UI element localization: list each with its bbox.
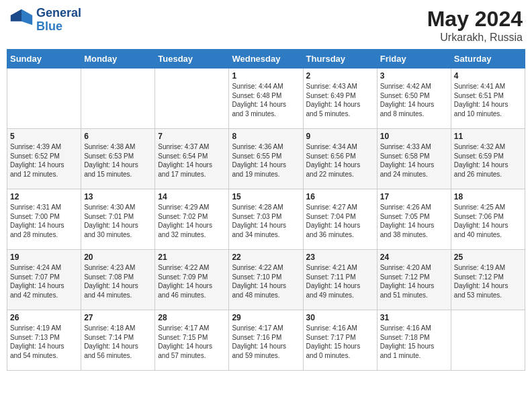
calendar-cell: 31Sunrise: 4:16 AMSunset: 7:18 PMDayligh… [377,310,451,371]
cell-info: Sunrise: 4:32 AMSunset: 6:59 PMDaylight:… [454,142,522,179]
cell-info: Sunrise: 4:19 AMSunset: 7:13 PMDaylight:… [10,324,78,360]
calendar-cell: 19Sunrise: 4:24 AMSunset: 7:07 PMDayligh… [7,250,81,310]
calendar-cell: 22Sunrise: 4:22 AMSunset: 7:10 PMDayligh… [229,250,303,310]
cell-info: Sunrise: 4:38 AMSunset: 6:53 PMDaylight:… [84,142,152,179]
calendar-cell: 28Sunrise: 4:17 AMSunset: 7:15 PMDayligh… [155,310,229,371]
day-number: 13 [84,192,152,201]
logo: General Blue [9,7,81,34]
cell-info: Sunrise: 4:19 AMSunset: 7:12 PMDaylight:… [454,263,522,300]
calendar-table: Sunday Monday Tuesday Wednesday Thursday… [7,49,525,371]
calendar-cell: 12Sunrise: 4:31 AMSunset: 7:00 PMDayligh… [7,189,81,250]
cell-info: Sunrise: 4:41 AMSunset: 6:51 PMDaylight:… [454,82,522,118]
day-number: 6 [84,132,152,141]
calendar-cell: 18Sunrise: 4:25 AMSunset: 7:06 PMDayligh… [451,189,525,250]
cell-info: Sunrise: 4:44 AMSunset: 6:48 PMDaylight:… [232,82,300,118]
calendar-cell: 27Sunrise: 4:18 AMSunset: 7:14 PMDayligh… [81,310,155,371]
calendar-week-row: 26Sunrise: 4:19 AMSunset: 7:13 PMDayligh… [7,310,525,371]
day-number: 31 [380,313,448,322]
calendar-cell: 15Sunrise: 4:28 AMSunset: 7:03 PMDayligh… [229,189,303,250]
cell-info: Sunrise: 4:21 AMSunset: 7:11 PMDaylight:… [306,263,374,300]
calendar-cell: 16Sunrise: 4:27 AMSunset: 7:04 PMDayligh… [303,189,377,250]
calendar-cell [7,68,81,129]
day-number: 7 [158,132,226,141]
calendar-cell: 14Sunrise: 4:29 AMSunset: 7:02 PMDayligh… [155,189,229,250]
day-number: 22 [232,253,300,262]
calendar-cell [451,310,525,371]
calendar-cell: 21Sunrise: 4:22 AMSunset: 7:09 PMDayligh… [155,250,229,310]
day-number: 9 [306,132,374,141]
calendar-cell: 9Sunrise: 4:34 AMSunset: 6:56 PMDaylight… [303,129,377,189]
calendar-cell [81,68,155,129]
calendar-cell: 1Sunrise: 4:44 AMSunset: 6:48 PMDaylight… [229,68,303,129]
day-number: 12 [10,192,78,201]
col-wednesday: Wednesday [229,50,303,68]
cell-info: Sunrise: 4:27 AMSunset: 7:04 PMDaylight:… [306,203,374,239]
cell-info: Sunrise: 4:30 AMSunset: 7:01 PMDaylight:… [84,203,152,239]
day-number: 17 [380,192,448,201]
day-number: 30 [306,313,374,322]
calendar-title: May 2024 [427,7,523,32]
col-tuesday: Tuesday [155,50,229,68]
cell-info: Sunrise: 4:16 AMSunset: 7:17 PMDaylight:… [306,324,374,360]
cell-info: Sunrise: 4:36 AMSunset: 6:55 PMDaylight:… [232,142,300,179]
day-number: 16 [306,192,374,201]
calendar-cell: 2Sunrise: 4:43 AMSunset: 6:49 PMDaylight… [303,68,377,129]
cell-info: Sunrise: 4:37 AMSunset: 6:54 PMDaylight:… [158,142,226,179]
calendar-cell: 7Sunrise: 4:37 AMSunset: 6:54 PMDaylight… [155,129,229,189]
day-number: 28 [158,313,226,322]
day-number: 27 [84,313,152,322]
day-number: 10 [380,132,448,141]
col-thursday: Thursday [303,50,377,68]
cell-info: Sunrise: 4:29 AMSunset: 7:02 PMDaylight:… [158,203,226,239]
calendar-cell: 11Sunrise: 4:32 AMSunset: 6:59 PMDayligh… [451,129,525,189]
logo-blue: Blue [36,19,62,33]
calendar-cell: 20Sunrise: 4:23 AMSunset: 7:08 PMDayligh… [81,250,155,310]
col-sunday: Sunday [7,50,81,68]
day-number: 19 [10,253,78,262]
day-number: 8 [232,132,300,141]
day-number: 5 [10,132,78,141]
day-number: 26 [10,313,78,322]
calendar-cell: 5Sunrise: 4:39 AMSunset: 6:52 PMDaylight… [7,129,81,189]
calendar-location: Urkarakh, Russia [427,32,523,44]
day-number: 15 [232,192,300,201]
day-number: 25 [454,253,522,262]
calendar-cell: 23Sunrise: 4:21 AMSunset: 7:11 PMDayligh… [303,250,377,310]
day-number: 14 [158,192,226,201]
calendar-cell: 4Sunrise: 4:41 AMSunset: 6:51 PMDaylight… [451,68,525,129]
cell-info: Sunrise: 4:26 AMSunset: 7:05 PMDaylight:… [380,203,448,239]
cell-info: Sunrise: 4:42 AMSunset: 6:50 PMDaylight:… [380,82,448,118]
svg-marker-1 [21,9,32,25]
day-number: 29 [232,313,300,322]
calendar-cell: 3Sunrise: 4:42 AMSunset: 6:50 PMDaylight… [377,68,451,129]
calendar-header-row: Sunday Monday Tuesday Wednesday Thursday… [7,50,525,68]
cell-info: Sunrise: 4:22 AMSunset: 7:09 PMDaylight:… [158,263,226,300]
day-number: 3 [380,71,448,81]
cell-info: Sunrise: 4:25 AMSunset: 7:06 PMDaylight:… [454,203,522,239]
cell-info: Sunrise: 4:18 AMSunset: 7:14 PMDaylight:… [84,324,152,360]
calendar-cell: 24Sunrise: 4:20 AMSunset: 7:12 PMDayligh… [377,250,451,310]
day-number: 1 [232,71,300,81]
day-number: 20 [84,253,152,262]
cell-info: Sunrise: 4:39 AMSunset: 6:52 PMDaylight:… [10,142,78,179]
logo-general: General [36,6,81,19]
col-friday: Friday [377,50,451,68]
cell-info: Sunrise: 4:17 AMSunset: 7:15 PMDaylight:… [158,324,226,360]
cell-info: Sunrise: 4:31 AMSunset: 7:00 PMDaylight:… [10,203,78,239]
cell-info: Sunrise: 4:22 AMSunset: 7:10 PMDaylight:… [232,263,300,300]
col-monday: Monday [81,50,155,68]
day-number: 21 [158,253,226,262]
day-number: 2 [306,71,374,81]
day-number: 24 [380,253,448,262]
calendar-cell: 10Sunrise: 4:33 AMSunset: 6:58 PMDayligh… [377,129,451,189]
day-number: 23 [306,253,374,262]
calendar-week-row: 5Sunrise: 4:39 AMSunset: 6:52 PMDaylight… [7,129,525,189]
calendar-cell: 13Sunrise: 4:30 AMSunset: 7:01 PMDayligh… [81,189,155,250]
calendar-cell: 6Sunrise: 4:38 AMSunset: 6:53 PMDaylight… [81,129,155,189]
cell-info: Sunrise: 4:28 AMSunset: 7:03 PMDaylight:… [232,203,300,239]
calendar-cell: 25Sunrise: 4:19 AMSunset: 7:12 PMDayligh… [451,250,525,310]
logo-icon [9,8,34,32]
col-saturday: Saturday [451,50,525,68]
calendar-cell [155,68,229,129]
cell-info: Sunrise: 4:16 AMSunset: 7:18 PMDaylight:… [380,324,448,360]
